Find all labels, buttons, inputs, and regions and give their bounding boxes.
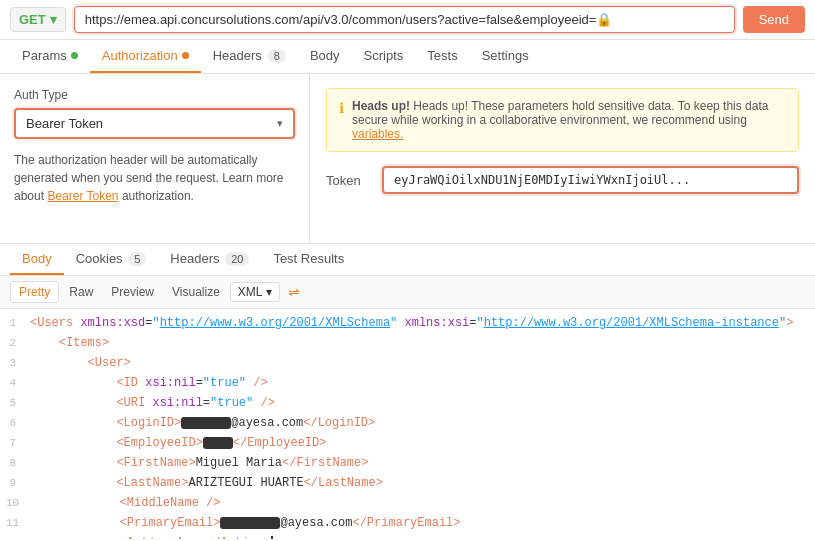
line-num-7: 7	[0, 434, 30, 452]
warn-text: Heads up! Heads up! These parameters hol…	[352, 99, 786, 141]
tab-params-label: Params	[22, 48, 67, 63]
headers-badge: 8	[268, 49, 286, 63]
tab-tests-label: Tests	[427, 48, 457, 63]
tab-body-label: Body	[310, 48, 340, 63]
resp-tab-body-label: Body	[22, 251, 52, 266]
resp-tab-headers-label: Headers	[170, 251, 219, 266]
xml-line-6: 6 <LoginID>@ayesa.com</LoginID>	[0, 413, 815, 433]
resp-tab-headers[interactable]: Headers 20	[158, 244, 261, 275]
token-row: Token	[326, 166, 799, 194]
tab-settings-label: Settings	[482, 48, 529, 63]
token-label: Token	[326, 173, 370, 188]
xml-line-3: 3 <User>	[0, 353, 815, 373]
xml-line-9: 9 <LastName>ARIZTEGUI HUARTE</LastName>	[0, 473, 815, 493]
tab-headers-label: Headers	[213, 48, 262, 63]
xml-line-8: 8 <FirstName>Miguel Maria</FirstName>	[0, 453, 815, 473]
line-num-3: 3	[0, 354, 30, 372]
xml-line-10: 10 <MiddleName />	[0, 493, 815, 513]
resp-tab-test-results-label: Test Results	[273, 251, 344, 266]
line-num-9: 9	[0, 474, 30, 492]
send-button[interactable]: Send	[743, 6, 805, 33]
line-num-1: 1	[0, 314, 30, 332]
line-num-4: 4	[0, 374, 30, 392]
token-input[interactable]	[382, 166, 799, 194]
auth-hint-text: The authorization header will be automat…	[14, 151, 295, 205]
warning-icon: ℹ	[339, 100, 344, 116]
tab-authorization-label: Authorization	[102, 48, 178, 63]
bearer-token-link[interactable]: Bearer Token	[47, 189, 118, 203]
tab-headers[interactable]: Headers 8	[201, 40, 298, 73]
xml-label: XML	[238, 285, 263, 299]
bearer-chevron-icon: ▾	[277, 117, 283, 130]
cookies-badge: 5	[128, 252, 146, 266]
resp-tab-test-results[interactable]: Test Results	[261, 244, 356, 275]
xml-line-1: 1 <Users xmlns:xsd="http://www.w3.org/20…	[0, 313, 815, 333]
method-chevron: ▾	[50, 12, 57, 27]
warning-box: ℹ Heads up! Heads up! These parameters h…	[326, 88, 799, 152]
variables-link[interactable]: variables.	[352, 127, 403, 141]
method-label: GET	[19, 12, 46, 27]
xml-line-4: 4 <ID xsi:nil="true" />	[0, 373, 815, 393]
xml-type-selector[interactable]: XML ▾	[230, 282, 280, 302]
xml-line-5: 5 <URI xsi:nil="true" />	[0, 393, 815, 413]
line-num-10: 10	[0, 494, 33, 512]
auth-type-label: Auth Type	[14, 88, 295, 102]
auth-right-panel: ℹ Heads up! Heads up! These parameters h…	[310, 74, 815, 243]
params-dot	[71, 52, 78, 59]
tab-scripts-label: Scripts	[364, 48, 404, 63]
resp-tab-cookies-label: Cookies	[76, 251, 123, 266]
bearer-token-selector[interactable]: Bearer Token ▾	[14, 108, 295, 139]
resp-headers-badge: 20	[225, 252, 249, 266]
format-pretty-btn[interactable]: Pretty	[10, 281, 59, 303]
format-visualize-btn[interactable]: Visualize	[164, 282, 228, 302]
tab-authorization[interactable]: Authorization	[90, 40, 201, 73]
filter-icon[interactable]: ⇌	[288, 284, 300, 300]
line-num-8: 8	[0, 454, 30, 472]
bearer-token-label: Bearer Token	[26, 116, 103, 131]
format-raw-btn[interactable]: Raw	[61, 282, 101, 302]
response-tabs: Body Cookies 5 Headers 20 Test Results	[0, 244, 815, 276]
auth-section: Auth Type Bearer Token ▾ The authorizati…	[0, 74, 815, 244]
resp-tab-body[interactable]: Body	[10, 244, 64, 275]
xml-line-12: 12 <Active>true</Active>	[0, 533, 815, 539]
line-num-11: 11	[0, 514, 33, 532]
auth-left-panel: Auth Type Bearer Token ▾ The authorizati…	[0, 74, 310, 243]
authorization-dot	[182, 52, 189, 59]
xml-line-2: 2 <Items>	[0, 333, 815, 353]
url-input[interactable]	[74, 6, 735, 33]
xml-response-body: 1 <Users xmlns:xsd="http://www.w3.org/20…	[0, 309, 815, 539]
tab-scripts[interactable]: Scripts	[352, 40, 416, 73]
resp-tab-cookies[interactable]: Cookies 5	[64, 244, 159, 275]
tab-params[interactable]: Params	[10, 40, 90, 73]
xml-line-11: 11 <PrimaryEmail>@ayesa.com</PrimaryEmai…	[0, 513, 815, 533]
format-bar: Pretty Raw Preview Visualize XML ▾ ⇌	[0, 276, 815, 309]
method-selector[interactable]: GET ▾	[10, 7, 66, 32]
line-num-12: 12	[0, 534, 33, 539]
tab-settings[interactable]: Settings	[470, 40, 541, 73]
xml-chevron-icon: ▾	[266, 285, 272, 299]
xml-line-7: 7 <EmployeeID></EmployeeID>	[0, 433, 815, 453]
line-num-5: 5	[0, 394, 30, 412]
line-num-6: 6	[0, 414, 30, 432]
tab-tests[interactable]: Tests	[415, 40, 469, 73]
format-preview-btn[interactable]: Preview	[103, 282, 162, 302]
tab-body[interactable]: Body	[298, 40, 352, 73]
request-tabs: Params Authorization Headers 8 Body Scri…	[0, 40, 815, 74]
url-bar: GET ▾ Send	[0, 0, 815, 40]
line-num-2: 2	[0, 334, 30, 352]
